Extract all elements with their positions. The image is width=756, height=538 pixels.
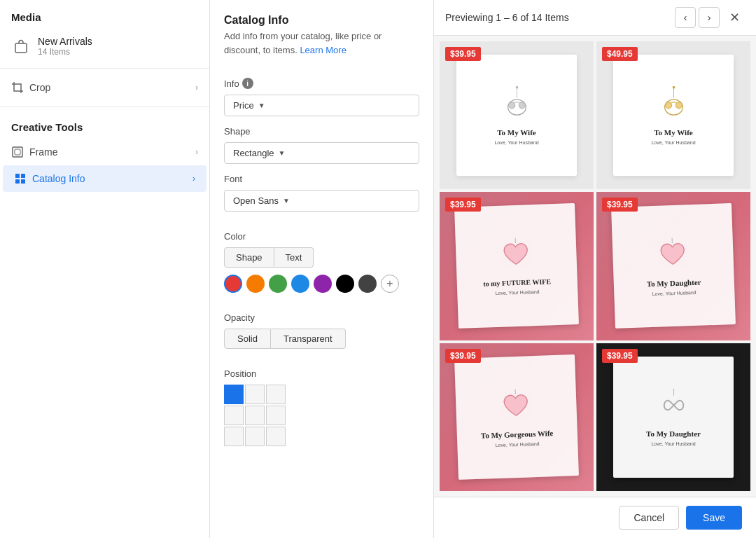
svg-point-10 — [515, 86, 518, 89]
preview-item-3: $39.95 To My DaughterLove, Your Husband — [596, 192, 750, 340]
position-cell-1[interactable] — [245, 385, 265, 404]
frame-label: Frame — [29, 146, 57, 158]
card-title-1: To My Wife — [654, 128, 692, 137]
color-swatch-5[interactable] — [336, 275, 354, 293]
font-dropdown[interactable]: Open Sans ▼ — [224, 190, 419, 212]
price-badge-0: $39.95 — [445, 47, 481, 61]
card-subtext-3: Love, Your Husband — [652, 289, 696, 298]
svg-point-12 — [665, 102, 671, 109]
price-badge-5: $39.95 — [602, 349, 638, 363]
color-section: Color Shape Text + — [224, 221, 419, 293]
position-label: Position — [224, 368, 419, 379]
frame-item[interactable]: Frame › — [0, 139, 209, 165]
add-color-button[interactable]: + — [381, 275, 399, 293]
preview-item-2: $39.95 to my FUTURE WIFELove, Your Husba… — [440, 192, 594, 340]
product-card-4: To My Gorgeous WifeLove, Your Husband — [454, 354, 579, 480]
shape-dropdown[interactable]: Rectangle ▼ — [224, 142, 419, 164]
card-title-0: To My Wife — [497, 128, 536, 137]
middle-panel: Catalog Info Add info from your catalog,… — [210, 0, 434, 538]
learn-more-link[interactable]: Learn More — [300, 45, 346, 55]
position-cell-5[interactable] — [266, 406, 286, 425]
card-title-4: To My Gorgeous Wife — [481, 429, 554, 440]
position-cell-2[interactable] — [266, 385, 286, 404]
color-swatch-1[interactable] — [246, 275, 265, 293]
price-badge-2: $39.95 — [445, 198, 481, 212]
necklace-image-3 — [653, 235, 693, 277]
color-tab-text[interactable]: Text — [274, 247, 314, 268]
position-grid — [224, 385, 286, 446]
crop-item[interactable]: Crop › — [0, 74, 209, 101]
card-subtext-0: Love, Your Husband — [494, 139, 538, 146]
preview-title: Previewing 1 – 6 of 14 Items — [445, 12, 569, 23]
save-button[interactable]: Save — [686, 506, 742, 530]
position-cell-0[interactable] — [224, 385, 244, 404]
product-card-1: To My WifeLove, Your Husband — [613, 55, 734, 176]
color-swatch-6[interactable] — [358, 275, 377, 293]
card-subtext-2: Love, Your Husband — [496, 289, 540, 297]
svg-rect-1 — [13, 147, 22, 157]
card-title-3: To My Daughter — [647, 278, 701, 289]
product-card-0: To My WifeLove, Your Husband — [456, 55, 577, 176]
color-swatch-4[interactable] — [314, 275, 332, 293]
frame-icon — [11, 146, 24, 158]
svg-point-8 — [508, 102, 514, 109]
opacity-label: Opacity — [224, 312, 419, 323]
cancel-button[interactable]: Cancel — [619, 506, 679, 530]
prev-btn[interactable]: ‹ — [675, 7, 696, 28]
color-swatch-2[interactable] — [269, 275, 287, 293]
catalog-chevron: › — [192, 174, 195, 184]
preview-item-4: $39.95 To My Gorgeous WifeLove, Your Hus… — [440, 343, 594, 491]
svg-rect-2 — [15, 149, 20, 155]
preview-item-5: $39.95 To My DaughterLove, Your Husband — [596, 343, 750, 491]
position-cell-7[interactable] — [245, 427, 265, 446]
preview-item-1: $49.95 To My WifeLove, Your Husband — [596, 41, 750, 189]
color-swatch-3[interactable] — [291, 275, 309, 293]
info-dropdown[interactable]: Price ▼ — [224, 95, 419, 116]
position-cell-4[interactable] — [245, 406, 265, 425]
info-icon: i — [242, 78, 253, 89]
position-cell-8[interactable] — [266, 427, 286, 446]
card-subtext-1: Love, Your Husband — [651, 139, 695, 146]
price-badge-4: $39.95 — [445, 349, 481, 363]
card-subtext-5: Love, Your Husband — [651, 441, 695, 448]
close-btn[interactable]: ✕ — [724, 7, 745, 28]
product-card-2: to my FUTURE WIFELove, Your Husband — [454, 203, 579, 329]
media-title: Media — [0, 11, 209, 30]
position-cell-6[interactable] — [224, 427, 244, 446]
sidebar: Media New Arrivals 14 Items Crop — [0, 0, 210, 538]
preview-panel: Previewing 1 – 6 of 14 Items ‹ › ✕ $39.9… — [434, 0, 756, 538]
svg-rect-4 — [21, 174, 25, 178]
crop-chevron: › — [195, 83, 198, 92]
price-badge-3: $39.95 — [602, 198, 638, 212]
product-card-3: To My DaughterLove, Your Husband — [611, 203, 736, 329]
frame-chevron: › — [195, 147, 198, 157]
position-section: Position — [224, 359, 419, 446]
catalog-info-item[interactable]: Catalog Info › — [3, 165, 206, 192]
necklace-image-0 — [498, 85, 536, 125]
preview-footer: Cancel Save — [434, 497, 756, 538]
svg-point-9 — [519, 102, 525, 109]
opacity-solid[interactable]: Solid — [224, 329, 271, 349]
new-arrivals-label: New Arrivals — [38, 36, 92, 47]
divider-2 — [0, 106, 209, 107]
color-tabs: Shape Text — [224, 247, 419, 268]
next-btn[interactable]: › — [699, 7, 720, 28]
opacity-transparent[interactable]: Transparent — [271, 329, 346, 349]
position-cell-3[interactable] — [224, 406, 244, 425]
media-new-arrivals[interactable]: New Arrivals 14 Items — [0, 30, 209, 62]
color-label: Color — [224, 231, 419, 242]
catalog-icon — [14, 172, 27, 185]
card-title-5: To My Daughter — [646, 429, 701, 438]
necklace-image-5 — [654, 386, 693, 427]
color-tab-shape[interactable]: Shape — [224, 247, 274, 268]
info-label: Info i — [224, 78, 419, 89]
creative-tools-title: Creative Tools — [0, 113, 209, 139]
price-badge-1: $49.95 — [602, 47, 638, 61]
necklace-image-4 — [496, 385, 536, 427]
opacity-tabs: Solid Transparent — [224, 329, 419, 349]
necklace-image-2 — [496, 235, 536, 277]
color-swatch-0[interactable] — [224, 275, 242, 293]
info-value: Price — [233, 100, 254, 111]
panel-subtitle: Add info from your catalog, like price o… — [224, 29, 419, 57]
shape-dropdown-arrow: ▼ — [279, 149, 286, 157]
